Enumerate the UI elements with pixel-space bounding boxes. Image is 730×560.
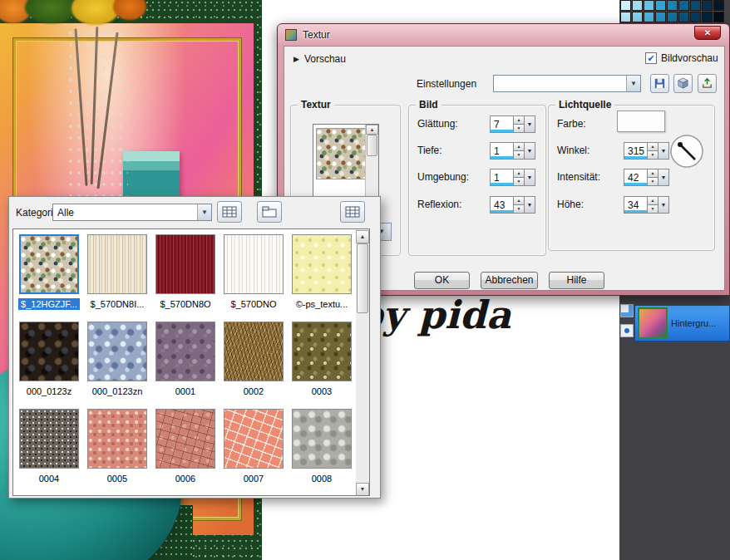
combo-arrow-icon[interactable]: ▼ <box>197 204 211 220</box>
color-swatch[interactable] <box>690 0 701 11</box>
texture-item[interactable]: 0001 <box>151 322 219 397</box>
texture-item[interactable]: ©-ps_textu... <box>288 234 356 310</box>
texture-item[interactable]: 0008 <box>288 409 356 484</box>
randomize-button[interactable] <box>673 74 693 93</box>
vorschau-expander[interactable]: ▶ Vorschau <box>293 53 346 65</box>
hilfe-button[interactable]: Hilfe <box>549 272 604 289</box>
color-swatch[interactable] <box>655 12 666 22</box>
glaettung-value[interactable]: 7 <box>490 115 513 133</box>
ok-button[interactable]: OK <box>414 272 470 289</box>
abbrechen-button[interactable]: Abbrechen <box>481 272 538 289</box>
texture-item[interactable]: 0006 <box>151 409 219 484</box>
texture-item[interactable]: 0002 <box>219 322 288 397</box>
hoehe-spinner[interactable]: 34 ▲▼ ▼ <box>624 196 669 214</box>
color-swatch[interactable] <box>667 12 678 22</box>
color-swatch[interactable] <box>678 12 689 22</box>
scroll-up-icon[interactable]: ▲ <box>366 125 378 135</box>
scroll-up-icon[interactable]: ▲ <box>356 230 369 243</box>
layers-panel-icon[interactable] <box>620 304 634 317</box>
texture-item[interactable]: $_12HGZJF... <box>15 234 83 310</box>
texture-item[interactable]: 0007 <box>219 409 288 484</box>
spin-up-icon[interactable]: ▲ <box>513 115 525 125</box>
texture-thumb[interactable] <box>155 322 215 381</box>
hoehe-value[interactable]: 34 <box>624 196 647 214</box>
combo-arrow-icon[interactable]: ▼ <box>626 76 640 91</box>
texture-thumb[interactable] <box>19 409 79 469</box>
spin-down-icon[interactable]: ▼ <box>513 178 525 186</box>
farbe-swatch[interactable] <box>617 111 665 132</box>
scrollbar-thumb[interactable] <box>357 243 368 313</box>
texture-thumb[interactable] <box>87 322 147 381</box>
slider-drop-icon[interactable]: ▼ <box>525 115 535 133</box>
slider-drop-icon[interactable]: ▼ <box>658 142 669 160</box>
kategorie-combo[interactable]: Alle ▼ <box>52 204 212 221</box>
texture-item[interactable]: 0003 <box>288 322 356 397</box>
spin-up-icon[interactable]: ▲ <box>513 169 525 178</box>
color-swatch[interactable] <box>713 0 724 11</box>
reflexion-spinner[interactable]: 43 ▲▼ ▼ <box>490 196 535 214</box>
texture-item[interactable]: 0004 <box>15 409 83 484</box>
spin-down-icon[interactable]: ▼ <box>647 205 658 214</box>
texture-thumb[interactable] <box>87 234 147 294</box>
spin-up-icon[interactable]: ▲ <box>513 142 525 151</box>
winkel-spinner[interactable]: 315 ▲▼ ▼ <box>624 142 669 160</box>
spin-down-icon[interactable]: ▼ <box>647 178 658 186</box>
slider-drop-icon[interactable]: ▼ <box>658 196 669 214</box>
thumbnail-view-button[interactable] <box>217 201 242 223</box>
spin-up-icon[interactable]: ▲ <box>647 142 658 151</box>
reflexion-value[interactable]: 43 <box>490 196 513 214</box>
color-swatch[interactable] <box>632 0 643 11</box>
slider-drop-icon[interactable]: ▼ <box>525 169 535 186</box>
texture-thumb[interactable] <box>292 322 352 381</box>
spin-down-icon[interactable]: ▼ <box>513 205 525 214</box>
texture-thumb[interactable] <box>292 234 352 294</box>
texture-thumb[interactable] <box>19 322 79 381</box>
slider-drop-icon[interactable]: ▼ <box>525 196 535 214</box>
texture-thumb[interactable] <box>224 234 284 294</box>
color-swatch[interactable] <box>655 0 666 11</box>
color-palette[interactable] <box>620 0 730 22</box>
color-swatch[interactable] <box>702 12 713 22</box>
scroll-down-icon[interactable]: ▼ <box>356 483 369 496</box>
texture-thumb[interactable] <box>19 234 79 294</box>
angle-dial[interactable] <box>669 134 704 169</box>
texture-item[interactable]: 000_0123zn <box>83 322 151 397</box>
einstellungen-combo[interactable]: ▼ <box>493 75 641 92</box>
color-swatch[interactable] <box>713 12 724 22</box>
texture-thumb[interactable] <box>224 409 284 469</box>
umgebung-spinner[interactable]: 1 ▲▼ ▼ <box>490 169 535 186</box>
spin-down-icon[interactable]: ▼ <box>513 125 525 133</box>
texture-item[interactable]: $_570DN8O <box>151 234 219 310</box>
spin-down-icon[interactable]: ▼ <box>647 151 658 160</box>
dialog-titlebar[interactable]: Textur ✕ <box>278 24 729 46</box>
color-swatch[interactable] <box>644 12 654 22</box>
intensitaet-spinner[interactable]: 42 ▲▼ ▼ <box>624 169 669 186</box>
texture-thumb[interactable] <box>224 322 284 381</box>
selected-texture-preview[interactable] <box>316 128 367 179</box>
color-swatch[interactable] <box>620 0 631 11</box>
spin-down-icon[interactable]: ▼ <box>513 151 525 160</box>
tiefe-spinner[interactable]: 1 ▲▼ ▼ <box>490 142 535 160</box>
color-swatch[interactable] <box>690 12 701 22</box>
texture-item[interactable]: $_570DN8I... <box>83 234 151 310</box>
bildvorschau-checkbox[interactable]: ✔ <box>645 52 657 64</box>
slider-drop-icon[interactable]: ▼ <box>525 142 535 160</box>
spin-up-icon[interactable]: ▲ <box>647 169 658 178</box>
color-swatch[interactable] <box>667 0 678 11</box>
spin-up-icon[interactable]: ▲ <box>513 196 525 205</box>
slider-drop-icon[interactable]: ▼ <box>658 169 669 186</box>
color-swatch[interactable] <box>702 0 713 11</box>
umgebung-value[interactable]: 1 <box>490 169 513 186</box>
texture-item[interactable]: 0005 <box>83 409 151 484</box>
file-locations-button[interactable] <box>257 201 282 223</box>
texture-item[interactable]: $_570DNO <box>219 234 288 310</box>
resource-manager-button[interactable] <box>340 201 365 223</box>
close-button[interactable]: ✕ <box>694 26 721 40</box>
texture-item[interactable]: 000_0123z <box>15 322 83 397</box>
tiefe-value[interactable]: 1 <box>490 142 513 160</box>
glaettung-spinner[interactable]: 7 ▲▼ ▼ <box>490 115 535 133</box>
color-swatch[interactable] <box>644 0 654 11</box>
scrollbar-thumb[interactable] <box>367 135 377 156</box>
export-preset-button[interactable] <box>698 74 717 93</box>
layer-row[interactable]: Hintergru... <box>634 305 730 341</box>
